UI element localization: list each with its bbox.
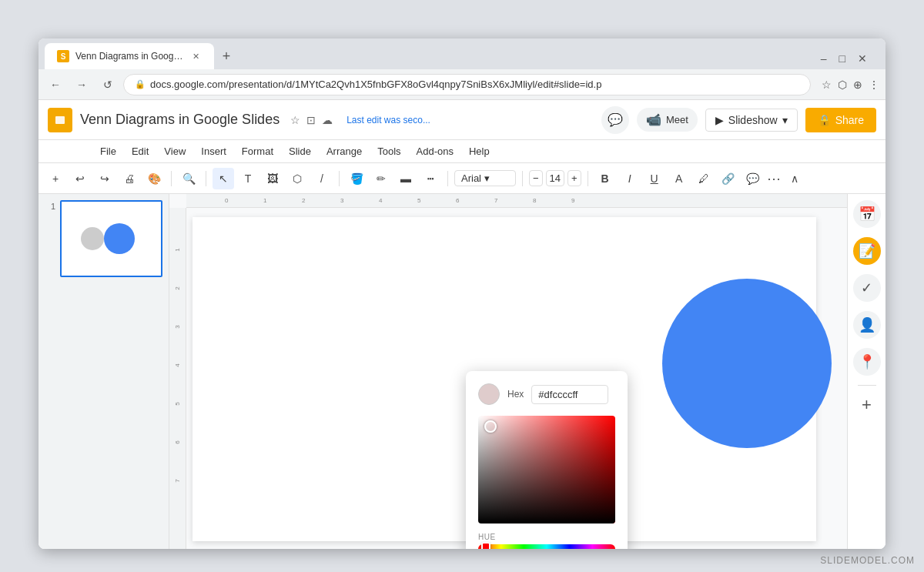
comment-button[interactable]: 💬: [742, 168, 764, 189]
line-color-button[interactable]: ✏: [370, 168, 392, 189]
ruler-mark-0: 0: [225, 197, 228, 204]
maximize-button[interactable]: □: [836, 51, 849, 66]
toolbar: + ↩ ↪ 🖨 🎨 🔍 ↖ T 🖼 ⬡ / 🪣 ✏ ▬ ┅ Arial ▾ − …: [38, 163, 886, 194]
menu-format[interactable]: Format: [236, 142, 280, 160]
slides-logo-icon: [52, 112, 68, 128]
color-swatch-preview[interactable]: [478, 383, 500, 405]
hex-input[interactable]: [531, 385, 608, 404]
menu-tools[interactable]: Tools: [371, 142, 407, 160]
font-size-decrease[interactable]: −: [529, 170, 543, 186]
new-tab-button[interactable]: +: [216, 45, 237, 67]
paint-format-button[interactable]: 🎨: [143, 168, 165, 189]
undo-button[interactable]: ↩: [69, 168, 91, 189]
ruler-mark-6: 6: [456, 197, 459, 204]
address-bar[interactable]: 🔒 docs.google.com/presentation/d/1MYtCa2…: [123, 74, 811, 95]
redo-button[interactable]: ↪: [94, 168, 116, 189]
italic-button[interactable]: I: [619, 168, 641, 189]
menu-help[interactable]: Help: [463, 142, 496, 160]
toolbar-divider-3: [339, 171, 340, 186]
font-name-dropdown-icon: ▾: [484, 172, 490, 184]
menu-insert[interactable]: Insert: [195, 142, 233, 160]
font-name-selector[interactable]: Arial ▾: [454, 170, 516, 186]
calendar-sidebar-icon[interactable]: 📅: [853, 200, 881, 228]
border-dash-button[interactable]: ┅: [420, 168, 441, 189]
more-toolbar-button[interactable]: ⋯: [767, 170, 781, 187]
back-button[interactable]: ←: [45, 74, 66, 95]
star-icon[interactable]: ☆: [290, 114, 300, 126]
chat-button[interactable]: 💬: [601, 106, 629, 134]
ruler-left-mark-7: 7: [174, 479, 181, 482]
hex-label: Hex: [507, 389, 524, 400]
tasks-sidebar-icon[interactable]: ✓: [853, 274, 881, 302]
slide-1-row: 1: [45, 200, 162, 277]
share-button[interactable]: 🔒 Share: [805, 108, 876, 132]
cursor-button[interactable]: ↖: [213, 168, 234, 189]
ruler-mark-3: 3: [340, 197, 343, 204]
canvas-blue-circle[interactable]: [662, 279, 832, 448]
forward-button[interactable]: →: [71, 74, 92, 95]
border-style-button[interactable]: ▬: [395, 168, 417, 189]
slideshow-label: Slideshow: [728, 114, 778, 126]
menu-edit[interactable]: Edit: [126, 142, 155, 160]
drive-icon[interactable]: ⊡: [306, 114, 316, 126]
reload-button[interactable]: ↺: [97, 74, 119, 95]
underline-button[interactable]: U: [644, 168, 665, 189]
sidebar-divider: [858, 385, 876, 386]
profile-icon[interactable]: ⊕: [853, 79, 862, 91]
meet-button[interactable]: 📹 Meet: [637, 108, 698, 132]
maps-sidebar-icon[interactable]: 📍: [853, 348, 881, 376]
contacts-sidebar-icon[interactable]: 👤: [853, 311, 881, 339]
shapes-button[interactable]: ⬡: [286, 168, 308, 189]
tab-close-button[interactable]: ✕: [189, 50, 202, 62]
cloud-icon[interactable]: ☁: [322, 114, 333, 126]
menu-arrange[interactable]: Arrange: [320, 142, 368, 160]
color-gradient-box[interactable]: [478, 416, 615, 523]
hue-thumb[interactable]: [481, 542, 490, 549]
minimize-button[interactable]: –: [818, 51, 830, 66]
font-size-value[interactable]: 14: [546, 170, 564, 186]
ruler-left: 1 2 3 4 5 6 7: [169, 208, 186, 549]
zoom-button[interactable]: 🔍: [178, 168, 199, 189]
highlight-button[interactable]: 🖊: [693, 168, 715, 189]
extensions-icon[interactable]: ⬡: [838, 79, 847, 91]
active-tab[interactable]: S Venn Diagrams in Google Slides ✕: [45, 43, 214, 69]
color-hex-row: Hex: [478, 383, 615, 405]
address-right-icons: ☆ ⬡ ⊕ ⋮: [822, 79, 879, 91]
slide-1-number: 1: [45, 202, 55, 211]
keep-sidebar-icon[interactable]: 📝: [853, 237, 881, 265]
collapse-toolbar-button[interactable]: ∧: [784, 168, 805, 189]
ruler-left-mark-3: 3: [174, 325, 181, 328]
hue-slider[interactable]: [478, 544, 615, 549]
menu-view[interactable]: View: [158, 142, 192, 160]
ruler-left-mark-6: 6: [174, 440, 181, 443]
main-content: 1 0 1 2 3 4 5 6 7 8 9: [38, 194, 886, 549]
slideshow-button[interactable]: ▶ Slideshow ▾: [705, 109, 798, 132]
fill-color-button[interactable]: 🪣: [346, 168, 367, 189]
ruler-top: 0 1 2 3 4 5 6 7 8 9: [186, 194, 847, 208]
text-box-button[interactable]: T: [237, 168, 259, 189]
slideshow-dropdown-icon: ▾: [782, 114, 788, 126]
line-button[interactable]: /: [311, 168, 333, 189]
text-color-button[interactable]: A: [668, 168, 690, 189]
font-size-increase[interactable]: +: [567, 170, 581, 186]
menu-file[interactable]: File: [94, 142, 122, 160]
ruler-mark-7: 7: [494, 197, 497, 204]
image-button[interactable]: 🖼: [262, 168, 283, 189]
menu-slide[interactable]: Slide: [283, 142, 317, 160]
link-button[interactable]: 🔗: [718, 168, 739, 189]
window-controls: – □ ✕: [818, 51, 879, 69]
print-button[interactable]: 🖨: [119, 168, 140, 189]
header-icons: ☆ ⊡ ☁: [290, 114, 333, 126]
menu-addons[interactable]: Add-ons: [410, 142, 460, 160]
browser-window: S Venn Diagrams in Google Slides ✕ + – □…: [38, 38, 886, 549]
bookmark-icon[interactable]: ☆: [822, 79, 832, 91]
menu-icon[interactable]: ⋮: [869, 79, 879, 91]
canvas-area[interactable]: 0 1 2 3 4 5 6 7 8 9 1 2 3 4 5 6 7: [169, 194, 847, 549]
app-title: Venn Diagrams in Google Slides: [80, 112, 280, 128]
share-lock-icon: 🔒: [818, 114, 831, 126]
close-button[interactable]: ✕: [855, 51, 870, 66]
add-button[interactable]: +: [45, 168, 66, 189]
add-sidebar-button[interactable]: +: [862, 395, 872, 415]
slide-1-thumbnail[interactable]: [60, 200, 162, 277]
bold-button[interactable]: B: [594, 168, 616, 189]
